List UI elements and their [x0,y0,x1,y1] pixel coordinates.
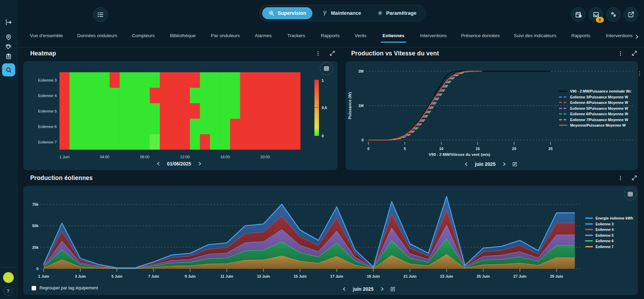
expand-sidebar-icon[interactable] [2,17,15,28]
tab-trackers[interactable]: Trackers [286,33,307,42]
group-by-tag-checkbox[interactable] [32,286,36,290]
help-button[interactable]: ? [3,286,13,296]
tab-interventions[interactable]: Interventions [604,33,634,42]
inbox-badge: 8 [596,17,604,23]
svg-text:10: 10 [439,147,443,151]
heatmap-date-pager: 01/06/2025 [155,161,203,167]
mode-maintenance[interactable]: Maintenance [316,7,367,19]
heatmap-next-day-icon[interactable] [197,161,203,167]
svg-text:Eolienne 4: Eolienne 4 [38,94,57,98]
topbar-actions: 8 [571,7,638,22]
svg-text:17 Juin: 17 Juin [330,274,343,278]
open-external-icon[interactable] [624,7,638,22]
avatar[interactable] [3,272,14,283]
chart-magnifier-icon [268,10,275,16]
svg-text:5 Juin: 5 Juin [111,274,122,278]
calendar-badge-icon[interactable] [571,7,586,22]
legend-item[interactable]: Eolienne 7/Puissance Moyenne W [559,118,640,122]
gears-icon[interactable] [606,7,621,22]
svg-text:13 Juin: 13 Juin [257,274,270,278]
mode-switch: SupervisionMaintenanceParamétrage [259,5,425,21]
svg-text:0: 0 [362,138,364,142]
production-chart-area: 025k50k75k1 Juin3 Juin5 Juin7 Juin9 Juin… [23,186,638,295]
production-legend: Energie éolienne kWhEolienne 3Eolienne 4… [585,216,642,249]
group-by-tag-row: Regrouper par tag équipement [32,286,98,290]
legend-item[interactable]: V90 - 2 MW/Puissance nominale Wc [559,89,640,93]
svg-text:19 Juin: 19 Juin [367,274,380,278]
heatmap-chart[interactable]: Eolienne 3Eolienne 4Eolienne 5Eolienne 6… [23,61,337,170]
svg-text:3 Juin: 3 Juin [75,274,86,278]
tab-eoliennes[interactable]: Eoliennes [381,33,406,43]
production-menu-dots-icon[interactable] [615,173,625,183]
tab-rapports[interactable]: Rapports [570,33,592,42]
production-panel-title: Production éoliennes [30,174,93,182]
power-menu-dots-icon[interactable] [615,48,625,58]
search-icon[interactable] [2,63,15,76]
svg-text:23 Juin: 23 Juin [440,274,453,278]
production-table-view-icon[interactable] [624,188,636,200]
legend-item[interactable]: Eolienne 5/Puissance Moyenne W [559,106,640,110]
production-next-month-icon[interactable] [379,286,385,292]
tab-rapports[interactable]: Rapports [319,33,342,42]
svg-text:1: 1 [322,78,324,83]
svg-text:15 Juin: 15 Juin [293,274,307,278]
tab-pr-sence-donn-es[interactable]: Présence données [459,33,502,42]
power-prev-month-icon[interactable] [463,161,469,167]
legend-item[interactable]: Eolienne 3 [585,222,642,226]
power-date-pager: juin 2025 [463,161,518,168]
tab-compteurs[interactable]: Compteurs [130,33,156,42]
mode-supervision[interactable]: Supervision [262,7,312,19]
svg-text:Eolienne 5: Eolienne 5 [38,109,57,113]
svg-text:0: 0 [36,267,38,271]
tab-vents[interactable]: Vents [353,33,368,42]
svg-text:12:00: 12:00 [180,155,190,159]
svg-text:16:00: 16:00 [220,155,230,159]
power-next-month-icon[interactable] [501,161,507,167]
heatmap-table-view-icon[interactable] [320,62,333,75]
sidebar: ? [0,0,18,299]
legend-item[interactable]: Eolienne 4/Puissance Moyenne W [559,100,640,105]
production-prev-month-icon[interactable] [341,286,347,292]
clipboard-icon[interactable] [2,51,15,62]
tab-donn-es-onduleurs[interactable]: Données onduleurs [75,33,119,42]
heatmap-expand-icon[interactable] [327,48,337,58]
tab-biblioth-que[interactable]: Bibliothèque [168,33,197,42]
legend-item[interactable]: Eolienne 6 [585,239,642,243]
svg-text:11 Juin: 11 Juin [220,274,233,278]
svg-text:50k: 50k [32,224,39,228]
legend-item[interactable]: Energie éolienne kWh [585,216,642,220]
power-panel-title: Production vs Vitesse du vent [351,50,439,57]
heatmap-menu-dots-icon[interactable] [313,48,323,58]
power-expand-icon[interactable] [629,48,640,58]
mode-paramétrage[interactable]: Paramétrage [371,7,423,19]
sidebar-divider [1,267,16,268]
svg-text:7 Juin: 7 Juin [148,274,159,278]
legend-item[interactable]: Eolienne 7 [585,245,642,249]
production-expand-icon[interactable] [629,173,640,183]
mode-label: Paramétrage [386,10,417,16]
svg-text:21 Juin: 21 Juin [403,274,417,278]
tab-suivi-des-indicateurs[interactable]: Suivi des indicateurs [512,33,558,42]
power-edit-period-icon[interactable] [511,161,518,168]
tab-vue-d-ensemble[interactable]: Vue d'ensemble [28,33,65,42]
legend-overflow-dots-icon[interactable] [637,70,642,77]
svg-text:2M: 2M [358,69,364,73]
mode-label: Supervision [278,10,306,16]
svg-text:20: 20 [512,147,516,151]
tab-alarmes[interactable]: Alarmes [253,33,274,42]
svg-text:75k: 75k [32,202,39,206]
svg-text:08:00: 08:00 [140,155,149,159]
legend-item[interactable]: Eolienne 6/Puissance Moyenne W [559,112,640,116]
legend-item[interactable]: Eolienne 3/Puissance Moyenne W [559,95,640,99]
production-area-chart[interactable]: 025k50k75k1 Juin3 Juin5 Juin7 Juin9 Juin… [23,186,638,295]
tab-interventions[interactable]: Interventions [418,33,448,42]
production-date-pager: juin 2025 [341,286,396,292]
heatmap-prev-day-icon[interactable] [155,161,162,167]
production-edit-period-icon[interactable] [389,286,396,292]
legend-item[interactable]: Eolienne 4 [585,227,642,232]
legend-item[interactable]: Moyenne/Puissance Moyenne W [559,123,640,127]
list-view-button[interactable] [93,7,108,22]
tab-par-onduleurs[interactable]: Par onduleurs [209,33,242,42]
inbox-icon[interactable]: 8 [589,7,603,22]
legend-item[interactable]: Eolienne 5 [585,233,642,237]
